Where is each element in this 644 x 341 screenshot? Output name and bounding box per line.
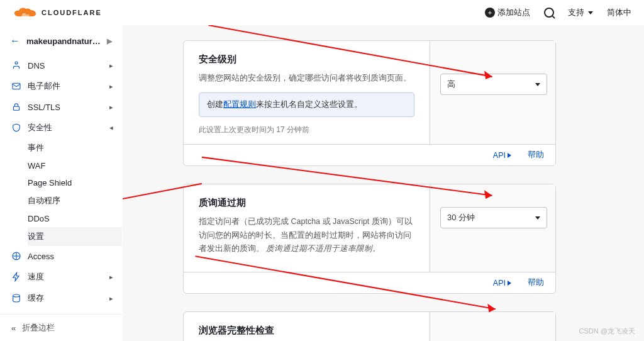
collapse-icon: « (11, 323, 16, 333)
access-icon (11, 251, 21, 261)
chevron-right-icon (508, 153, 511, 158)
card-security-level: 安全级别 调整您网站的安全级别，确定哪些访问者将收到质询页面。 创建配置规则来按… (183, 40, 556, 166)
sidebar-label: 速度 (28, 271, 44, 282)
security-level-select[interactable]: 高 (440, 74, 547, 95)
brand-logo: CLOUDFLARE (13, 6, 102, 19)
card-browser-integrity: 浏览器完整性检查 评估访问者浏览器的 HTTP 标头，以检查是否存在威胁。如果发… (183, 311, 556, 341)
support-menu[interactable]: 支持 (568, 7, 593, 18)
sidebar-label: 电子邮件 (28, 81, 60, 92)
sidebar-sub-page-shield[interactable]: Page Shield (28, 174, 122, 191)
svg-rect-1 (13, 83, 20, 89)
help-link[interactable]: 帮助 (528, 150, 544, 160)
sidebar-label: 缓存 (28, 293, 44, 304)
select-value: 高 (447, 79, 455, 90)
sidebar-sub-auto[interactable]: 自动程序 (28, 191, 122, 210)
browser-side (430, 312, 555, 341)
collapse-label: 折叠边栏 (22, 322, 55, 333)
callout-text: 创建 (207, 100, 223, 109)
shield-icon (11, 123, 21, 133)
browser-title: 浏览器完整性检查 (199, 325, 414, 337)
content: 安全级别 调整您网站的安全级别，确定哪些访问者将收到质询页面。 创建配置规则来按… (123, 25, 644, 341)
sidebar-item-access[interactable]: Access (0, 246, 122, 266)
challenge-duration-select[interactable]: 30 分钟 (440, 207, 547, 228)
sidebar-sub-settings[interactable]: 设置 (28, 227, 122, 246)
chevron-right-icon: ▶ (107, 37, 112, 45)
chevron-right-icon (508, 281, 511, 286)
email-icon (11, 81, 21, 91)
bolt-icon (11, 272, 21, 282)
chevron-right-icon: ▸ (109, 62, 113, 70)
chevron-right-icon: ▸ (109, 103, 113, 111)
brand-text: CLOUDFLARE (42, 9, 102, 16)
config-rules-link[interactable]: 配置规则 (223, 100, 256, 109)
chevron-down-icon (588, 11, 593, 14)
collapse-sidebar-button[interactable]: « 折叠边栏 (0, 314, 122, 341)
svg-rect-2 (13, 106, 19, 110)
main-area: ← makeupandnatura… ▶ DNS ▸ 电子邮件 ▸ SSL/TL… (0, 25, 644, 341)
chevron-right-icon: ▸ (109, 273, 113, 281)
chevron-right-icon: ▸ (109, 294, 113, 303)
footer-label: API (493, 151, 506, 160)
language-menu[interactable]: 简体中 (607, 7, 631, 18)
security-level-side: 高 (430, 41, 555, 144)
card-footer: API 帮助 (184, 272, 555, 293)
sidebar-item-speed[interactable]: 速度 ▸ (0, 266, 122, 288)
search-button[interactable] (544, 8, 554, 18)
svg-point-0 (15, 62, 18, 64)
chevron-down-icon (535, 216, 540, 220)
challenge-side: 30 分钟 (430, 184, 555, 272)
security-level-desc: 调整您网站的安全级别，确定哪些访问者将收到质询页面。 (199, 72, 414, 85)
sidebar-label: 安全性 (28, 122, 52, 133)
challenge-title: 质询通过期 (199, 197, 414, 209)
add-site-button[interactable]: + 添加站点 (485, 7, 530, 18)
select-value: 30 分钟 (447, 212, 475, 223)
footer-label: API (493, 279, 506, 288)
sidebar-sub-ddos[interactable]: DDoS (28, 210, 122, 227)
sidebar-item-email[interactable]: 电子邮件 ▸ (0, 75, 122, 97)
chevron-right-icon: ▸ (109, 82, 113, 91)
footer-label: 帮助 (528, 150, 544, 160)
sidebar-label: DNS (28, 61, 45, 70)
svg-point-4 (13, 294, 20, 297)
card-challenge-passage: 质询通过期 指定访问者（已成功完成 Captcha 或 JavaScript 质… (183, 184, 556, 294)
sidebar-label: Access (28, 252, 54, 261)
security-level-title: 安全级别 (199, 53, 414, 65)
back-arrow-icon[interactable]: ← (10, 35, 20, 47)
security-submenu: 事件 WAF Page Shield 自动程序 DDoS 设置 (0, 138, 122, 246)
watermark: CSDN @龙飞凌天 (579, 327, 635, 336)
plus-icon: + (485, 8, 495, 18)
security-level-meta: 此设置上次更改时间为 17 分钟前 (199, 125, 414, 135)
search-icon (544, 8, 554, 18)
nav: DNS ▸ 电子邮件 ▸ SSL/TLS ▸ 安全性 ▾ 事件 WAF P (0, 55, 122, 314)
site-name: makeupandnatura… (26, 36, 101, 46)
language-label: 简体中 (607, 7, 631, 18)
card-footer: API 帮助 (184, 144, 555, 165)
chevron-down-icon: ▾ (108, 126, 116, 130)
top-actions: + 添加站点 支持 简体中 (485, 7, 631, 18)
cloudflare-cloud-icon (13, 6, 38, 19)
add-site-label: 添加站点 (497, 7, 530, 18)
callout-text: 来按主机名自定义这些设置。 (256, 100, 362, 109)
dns-icon (11, 60, 21, 70)
footer-label: 帮助 (528, 277, 544, 288)
sidebar-sub-waf[interactable]: WAF (28, 157, 122, 174)
sidebar: ← makeupandnatura… ▶ DNS ▸ 电子邮件 ▸ SSL/TL… (0, 25, 123, 341)
cache-icon (11, 293, 21, 303)
sidebar-item-ssl[interactable]: SSL/TLS ▸ (0, 97, 122, 117)
top-bar: CLOUDFLARE + 添加站点 支持 简体中 (0, 0, 644, 25)
sidebar-item-cache[interactable]: 缓存 ▸ (0, 288, 122, 309)
help-link[interactable]: 帮助 (528, 277, 544, 288)
api-link[interactable]: API (493, 277, 511, 288)
sidebar-item-security[interactable]: 安全性 ▾ (0, 117, 122, 138)
sidebar-label: SSL/TLS (28, 103, 60, 112)
sidebar-item-workers[interactable]: Workers 路由 (0, 309, 122, 314)
challenge-desc: 指定访问者（已成功完成 Captcha 或 JavaScript 质询）可以访问… (199, 215, 414, 255)
support-label: 支持 (568, 7, 584, 18)
challenge-desc-note: 质询通过期不适用于速率限制。 (266, 244, 380, 253)
chevron-down-icon (535, 83, 540, 86)
security-level-callout: 创建配置规则来按主机名自定义这些设置。 (199, 92, 414, 117)
api-link[interactable]: API (493, 150, 511, 160)
sidebar-item-dns[interactable]: DNS ▸ (0, 55, 122, 75)
sidebar-sub-events[interactable]: 事件 (28, 138, 122, 157)
site-selector[interactable]: ← makeupandnatura… ▶ (0, 25, 122, 55)
